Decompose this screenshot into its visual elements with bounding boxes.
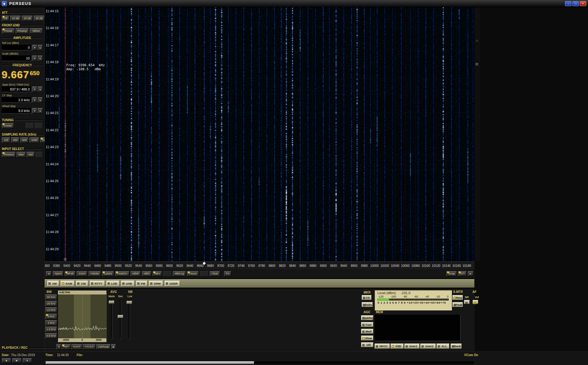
filter-scroll-right-button[interactable]: ►: [111, 344, 116, 349]
frequency-scale[interactable]: 9360938094009420944094609480950095209540…: [45, 261, 475, 269]
bank-button[interactable]: Bank: [451, 344, 462, 349]
nbw-button[interactable]: NBW: [131, 271, 141, 276]
memory-list-box[interactable]: [375, 315, 460, 341]
minimize-button[interactable]: –: [565, 1, 571, 6]
scale-down-button[interactable]: ▼: [32, 56, 37, 61]
wav-button[interactable]: Wav: [17, 152, 26, 157]
off-button[interactable]: Off: [361, 342, 373, 347]
3-khz-button[interactable]: 3 kHz: [45, 320, 57, 326]
cf-step-value[interactable]: 2.0 kHz: [2, 97, 32, 103]
frequency-display[interactable]: 9.667650: [1, 68, 43, 81]
wheel-step-up-button[interactable]: ▲: [38, 108, 43, 113]
palette-button[interactable]: Palette: [89, 271, 101, 276]
play-button[interactable]: ▶: [12, 358, 21, 363]
8-khz-button[interactable]: 8 kHz: [45, 314, 57, 319]
spkrej-button[interactable]: SpkRej: [361, 315, 373, 320]
perseus-button[interactable]: Perseus: [2, 152, 16, 157]
50-khz-button[interactable]: 50 kHz: [45, 294, 57, 300]
waterfall-canvas[interactable]: [45, 7, 475, 261]
maximize-button[interactable]: □: [572, 1, 579, 6]
cw-button[interactable]: CW: [76, 281, 88, 286]
tuning-blank-1-button[interactable]: [26, 123, 34, 129]
25-khz-button[interactable]: 25 kHz: [45, 301, 57, 306]
scale-up-button[interactable]: ▲: [38, 56, 43, 61]
span-up-button[interactable]: ▲: [38, 86, 43, 92]
spect-button[interactable]: Spect: [53, 271, 63, 276]
preamp-button[interactable]: Preamp: [16, 28, 29, 34]
gear-icon[interactable]: ☼: [475, 38, 479, 43]
nbn-button[interactable]: NBN: [142, 271, 151, 276]
lsb-button[interactable]: LSB: [106, 281, 120, 286]
if-filter-display[interactable]: 4.82 kHz -2000 0 2000: [58, 290, 107, 342]
20-db-button[interactable]: 20 dB: [22, 16, 33, 21]
10-db-button[interactable]: 10 dB: [10, 16, 21, 21]
avg-sec-slider[interactable]: [118, 299, 123, 339]
clr-button[interactable]: Clr: [362, 295, 372, 300]
fft-button[interactable]: FFT: [458, 271, 467, 276]
500-button[interactable]: 500: [20, 137, 29, 143]
user1-button[interactable]: User1: [404, 344, 420, 349]
all-button[interactable]: ALL: [437, 344, 449, 349]
peaksrc-button[interactable]: PeakSrc: [115, 271, 129, 276]
1000-button[interactable]: 1000: [29, 137, 39, 143]
net-button[interactable]: Net: [27, 152, 35, 157]
horizontal-scrollbar[interactable]: [45, 361, 475, 365]
125-button[interactable]: 125: [2, 137, 10, 143]
nr-button[interactable]: [464, 300, 470, 304]
fn-button[interactable]: Fn: [224, 271, 231, 276]
avg-main-slider[interactable]: [109, 299, 114, 339]
tuning-blank-2-button[interactable]: [35, 123, 43, 129]
hfcc-button[interactable]: HFCC: [375, 344, 390, 349]
cwpeak-button[interactable]: CWPeak: [96, 344, 111, 349]
30-db-button[interactable]: 30 dB: [34, 16, 45, 21]
scroll-left-button[interactable]: ◄: [46, 271, 52, 276]
med-button[interactable]: Med: [361, 329, 373, 334]
frequency-frac-digits[interactable]: 650: [30, 70, 40, 76]
filter-passband-graph[interactable]: [58, 294, 106, 338]
nb-level-slider[interactable]: [127, 299, 132, 339]
peak-button[interactable]: Peak: [452, 302, 463, 307]
fast-button[interactable]: Fast: [361, 322, 373, 327]
12-khz-button[interactable]: 12 kHz: [45, 307, 57, 313]
sam-button[interactable]: SAM: [61, 281, 74, 286]
input-blank-button[interactable]: [36, 152, 43, 157]
250-button[interactable]: 250: [11, 137, 19, 143]
scroll-right-button[interactable]: ►: [468, 271, 473, 276]
wfall-button[interactable]: WFall: [65, 271, 75, 276]
pause-button[interactable]: Pause: [187, 271, 199, 276]
cf-step-down-button[interactable]: ▼: [32, 97, 37, 103]
app-icon[interactable]: ◆: [2, 1, 7, 6]
user2-button[interactable]: User2: [420, 344, 436, 349]
ref-lev-value[interactable]: 0: [2, 45, 32, 50]
rtty-button[interactable]: RTTY: [90, 281, 105, 286]
drm-button[interactable]: DRM: [149, 281, 163, 286]
rms-button[interactable]: Rms: [452, 295, 463, 300]
frequency-main-digits[interactable]: 9.667: [2, 69, 29, 80]
usb-button[interactable]: USB: [121, 281, 135, 286]
slider-handle[interactable]: [118, 315, 123, 318]
scrollbar-thumb[interactable]: [46, 361, 254, 364]
fm-button[interactable]: FM: [136, 281, 148, 286]
cf-step-up-button[interactable]: ▲: [38, 97, 43, 103]
user-button[interactable]: USER: [165, 281, 180, 286]
scale-value[interactable]: 10: [2, 56, 32, 61]
am-button[interactable]: AM: [47, 281, 59, 286]
labels-button[interactable]: Labels: [102, 271, 114, 276]
slow-button[interactable]: Slow: [361, 336, 373, 340]
0-6-khz-button[interactable]: 0.6 kHz: [45, 333, 57, 339]
wheel-step-value[interactable]: 9.0 kHz: [2, 108, 32, 113]
span-down-button[interactable]: ▼: [32, 86, 37, 92]
close-button[interactable]: ×: [580, 1, 586, 6]
wheel-step-down-button[interactable]: ▼: [32, 108, 37, 113]
vol-button[interactable]: [473, 300, 478, 304]
eibi-button[interactable]: EiBi: [391, 344, 403, 349]
off-button[interactable]: Off: [2, 16, 9, 21]
snap-button[interactable]: Snap: [446, 271, 456, 276]
toolbar-blank-2-button[interactable]: [200, 271, 208, 276]
center-button[interactable]: Center: [2, 123, 14, 129]
1-6-khz-button[interactable]: 1.6 kHz: [45, 327, 57, 332]
mkrlog-button[interactable]: MkrLog: [173, 271, 186, 276]
clear-button[interactable]: Clear: [210, 271, 220, 276]
delta-button[interactable]: Delta: [362, 302, 373, 307]
toolbar-blank-1-button[interactable]: [163, 271, 172, 276]
